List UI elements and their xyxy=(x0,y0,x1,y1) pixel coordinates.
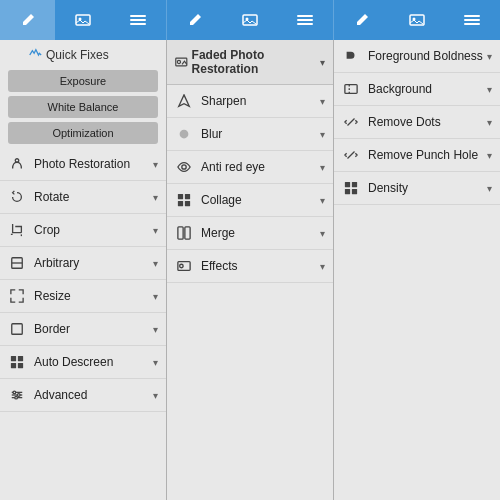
svg-rect-36 xyxy=(178,201,183,206)
toolbar-btn-image-2[interactable] xyxy=(222,0,277,40)
menu-item-merge[interactable]: Merge ▾ xyxy=(167,217,333,250)
svg-point-15 xyxy=(15,159,19,163)
toolbar-btn-edit-2[interactable] xyxy=(167,0,222,40)
svg-rect-9 xyxy=(297,23,313,25)
toolbar-btn-menu-1[interactable] xyxy=(111,0,166,40)
advanced-icon xyxy=(8,386,26,404)
menu-item-crop[interactable]: Crop ▾ xyxy=(0,214,166,247)
photo-restoration-icon xyxy=(8,155,26,173)
menu-item-remove-punch-hole[interactable]: Remove Punch Hole ▾ xyxy=(334,139,500,172)
border-icon xyxy=(8,320,26,338)
svg-rect-19 xyxy=(11,356,16,361)
panel-right-scroll: Foreground Boldness ▾ Background ▾ xyxy=(334,40,500,500)
collage-chevron: ▾ xyxy=(320,195,325,206)
collage-icon xyxy=(175,191,193,209)
svg-rect-37 xyxy=(185,201,190,206)
resize-icon xyxy=(8,287,26,305)
background-chevron: ▾ xyxy=(487,84,492,95)
panel-middle-scroll: Sharpen ▾ Blur ▾ xyxy=(167,85,333,500)
merge-label: Merge xyxy=(201,226,235,240)
panel-middle-title: Faded Photo Restoration xyxy=(192,48,320,76)
svg-point-33 xyxy=(182,165,186,169)
menu-item-arbitrary[interactable]: Arbitrary ▾ xyxy=(0,247,166,280)
menu-item-resize[interactable]: Resize ▾ xyxy=(0,280,166,313)
auto-descreen-icon xyxy=(8,353,26,371)
svg-point-27 xyxy=(17,394,20,397)
panel-left: Quick Fixes Exposure White Balance Optim… xyxy=(0,40,167,500)
svg-rect-45 xyxy=(345,189,350,194)
photo-restoration-chevron: ▾ xyxy=(153,159,158,170)
sharpen-label: Sharpen xyxy=(201,94,246,108)
exposure-button[interactable]: Exposure xyxy=(8,70,158,92)
toolbar-btn-edit-1[interactable] xyxy=(0,0,55,40)
sharpen-icon xyxy=(175,92,193,110)
toolbar-btn-image-3[interactable] xyxy=(389,0,444,40)
blur-icon xyxy=(175,125,193,143)
menu-item-collage[interactable]: Collage ▾ xyxy=(167,184,333,217)
density-icon xyxy=(342,179,360,197)
toolbar-btn-edit-3[interactable] xyxy=(334,0,389,40)
menu-item-auto-descreen[interactable]: Auto Descreen ▾ xyxy=(0,346,166,379)
menu-item-remove-dots[interactable]: Remove Dots ▾ xyxy=(334,106,500,139)
svg-rect-18 xyxy=(12,324,23,335)
svg-rect-4 xyxy=(130,23,146,25)
remove-punch-hole-label: Remove Punch Hole xyxy=(368,148,478,162)
svg-point-32 xyxy=(180,130,189,139)
svg-rect-13 xyxy=(464,19,480,21)
svg-rect-46 xyxy=(352,189,357,194)
toolbar-section-3 xyxy=(334,0,500,40)
svg-rect-8 xyxy=(297,19,313,21)
remove-dots-icon xyxy=(342,113,360,131)
menu-item-border[interactable]: Border ▾ xyxy=(0,313,166,346)
menu-item-photo-restoration[interactable]: Photo Restoration ▾ xyxy=(0,148,166,181)
menu-item-effects[interactable]: Effects ▾ xyxy=(167,250,333,283)
svg-rect-2 xyxy=(130,15,146,17)
effects-icon xyxy=(175,257,193,275)
menu-item-density[interactable]: Density ▾ xyxy=(334,172,500,205)
density-chevron: ▾ xyxy=(487,183,492,194)
advanced-chevron: ▾ xyxy=(153,390,158,401)
rotate-label: Rotate xyxy=(34,190,69,204)
menu-item-foreground-boldness[interactable]: Foreground Boldness ▾ xyxy=(334,40,500,73)
top-toolbar xyxy=(0,0,500,40)
blur-chevron: ▾ xyxy=(320,129,325,140)
resize-chevron: ▾ xyxy=(153,291,158,302)
svg-rect-43 xyxy=(345,182,350,187)
svg-rect-12 xyxy=(464,15,480,17)
menu-item-blur[interactable]: Blur ▾ xyxy=(167,118,333,151)
quick-fix-buttons: Exposure White Balance Optimization xyxy=(0,66,166,148)
quickfix-icon xyxy=(28,48,42,62)
faded-photo-icon xyxy=(175,55,188,69)
crop-label: Crop xyxy=(34,223,60,237)
panel-middle: Faded Photo Restoration ▾ Sharpen ▾ xyxy=(167,40,334,500)
crop-chevron: ▾ xyxy=(153,225,158,236)
white-balance-button[interactable]: White Balance xyxy=(8,96,158,118)
panel-middle-header[interactable]: Faded Photo Restoration ▾ xyxy=(167,40,333,85)
menu-item-advanced[interactable]: Advanced ▾ xyxy=(0,379,166,412)
resize-label: Resize xyxy=(34,289,71,303)
menu-item-rotate[interactable]: Rotate ▾ xyxy=(0,181,166,214)
svg-rect-44 xyxy=(352,182,357,187)
menu-item-anti-red-eye[interactable]: Anti red eye ▾ xyxy=(167,151,333,184)
menu-item-background[interactable]: Background ▾ xyxy=(334,73,500,106)
svg-rect-34 xyxy=(178,194,183,199)
border-label: Border xyxy=(34,322,70,336)
rotate-chevron: ▾ xyxy=(153,192,158,203)
collage-label: Collage xyxy=(201,193,242,207)
svg-rect-39 xyxy=(185,227,190,239)
density-label: Density xyxy=(368,181,408,195)
foreground-boldness-icon xyxy=(342,47,360,65)
menu-item-sharpen[interactable]: Sharpen ▾ xyxy=(167,85,333,118)
remove-punch-hole-chevron: ▾ xyxy=(487,150,492,161)
quick-fixes-title: Quick Fixes xyxy=(46,48,109,62)
main-panels: Quick Fixes Exposure White Balance Optim… xyxy=(0,40,500,500)
optimization-button[interactable]: Optimization xyxy=(8,122,158,144)
toolbar-btn-image-1[interactable] xyxy=(55,0,110,40)
panel-right: Foreground Boldness ▾ Background ▾ xyxy=(334,40,500,500)
background-label: Background xyxy=(368,82,432,96)
svg-rect-22 xyxy=(18,363,23,368)
toolbar-btn-menu-2[interactable] xyxy=(278,0,333,40)
toolbar-btn-menu-3[interactable] xyxy=(445,0,500,40)
svg-point-28 xyxy=(15,396,18,399)
photo-restoration-label: Photo Restoration xyxy=(34,157,130,171)
